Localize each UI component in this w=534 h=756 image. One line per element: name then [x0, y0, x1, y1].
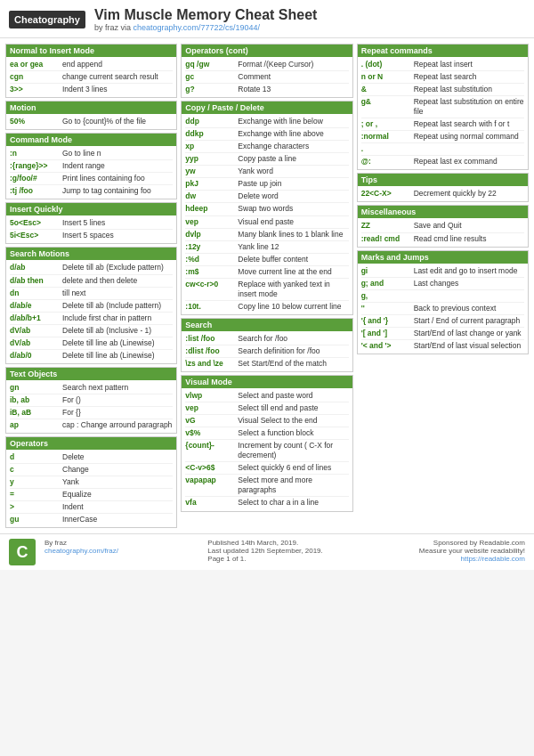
table-row: d/ab/0Delete till line ab (Linewise)	[10, 350, 173, 362]
desc-cell: Include first char in pattern	[62, 313, 151, 323]
desc-cell: Repeat using normal command	[414, 132, 519, 142]
key-cell: vlwp	[185, 391, 234, 401]
key-cell: xp	[185, 142, 234, 151]
desc-cell: Last edit and go to insert mode	[414, 266, 518, 276]
key-cell: g&	[361, 97, 410, 117]
section-body-search-motions: d/abDelete till ab (Exclude pattern)d/ab…	[6, 260, 176, 362]
desc-cell: Copy paste a line	[238, 154, 296, 164]
table-row: gcComment	[185, 71, 348, 84]
section-header-miscellaneous: Miscellaneous	[358, 206, 528, 218]
table-row: ddpExchange with line below	[185, 116, 348, 128]
desc-cell: Insert 5 spaces	[62, 231, 114, 240]
section-header-repeat-commands: Repeat commands	[358, 45, 528, 57]
desc-cell: Print lines containing foo	[62, 174, 145, 183]
table-row: apcap : Change arround paragraph	[10, 419, 173, 431]
key-cell: .	[361, 144, 410, 154]
table-row: ywYank word	[185, 166, 348, 178]
desc-cell: InnerCase	[62, 515, 97, 524]
table-row: :{range}>>Indent range	[10, 160, 173, 173]
desc-cell: Repeat last substitution on entire file	[414, 97, 524, 117]
table-row: <C-v>6$Select quickly 6 end of lines	[185, 462, 348, 475]
desc-cell: Yank word	[238, 167, 273, 176]
key-cell: ; or ,	[361, 119, 410, 129]
desc-cell: cap : Change arround paragraph	[62, 420, 172, 430]
desc-cell: Change	[62, 465, 89, 475]
table-row: xpExchange characters	[185, 141, 348, 153]
by-text: by fraz via	[94, 23, 131, 32]
footer-logo: C	[9, 539, 36, 565]
desc-cell: Start/End of last change or yank	[414, 329, 522, 338]
section-header-operators: Operators	[6, 437, 176, 450]
desc-cell: Comment	[238, 72, 271, 82]
column-2: Operators (cont)gq /gwFormat /(Keep Curs…	[179, 42, 354, 530]
table-row: 5o<Esc>Insert 5 lines	[10, 217, 173, 230]
table-row: . (dot)Repeat last insert	[361, 59, 524, 71]
desc-cell: Indent range	[62, 161, 105, 171]
table-row: hdeepSwap two words	[185, 203, 348, 215]
key-cell: vep	[185, 403, 234, 413]
key-cell: iB, aB	[10, 408, 59, 418]
table-row: dwDelete word	[185, 191, 348, 203]
footer-sponsored: Sponsored by Readable.com	[371, 539, 525, 547]
section-header-tips: Tips	[358, 174, 528, 186]
key-cell: vapapap	[185, 476, 234, 495]
desc-cell: Start / End of current paragraph	[414, 316, 521, 326]
desc-cell: Go to line n	[62, 149, 101, 159]
table-row: 50%Go to {count}% of the file	[10, 116, 173, 127]
table-row: dntill next	[10, 288, 173, 300]
table-row: @:Repeat last ex command	[361, 156, 524, 167]
table-row: cgnchange current search result	[10, 71, 173, 84]
key-cell: gi	[361, 266, 410, 276]
desc-cell: Decrement quickly by 22	[414, 189, 497, 199]
section-miscellaneous: MiscellaneousZZSave and Quit:read! cmdRe…	[357, 205, 529, 247]
section-body-text-objects: gnSearch next patternib, abFor ()iB, aBF…	[6, 380, 176, 433]
section-header-command-mode: Command Mode	[6, 134, 176, 146]
desc-cell: For ()	[62, 395, 81, 405]
key-cell: \zs and \ze	[185, 359, 234, 369]
section-header-insert-quickly: Insert Quickly	[6, 203, 176, 215]
key-cell: :12y	[185, 242, 234, 252]
header-text: Vim Muscle Memory Cheat Sheet by fraz vi…	[94, 7, 525, 32]
key-cell: . (dot)	[361, 60, 410, 69]
section-operators: OperatorsdDeletecChangeyYank=Equalize>In…	[5, 436, 177, 528]
key-cell: :{range}>>	[10, 161, 59, 171]
table-row: g?Rotate 13	[185, 84, 348, 95]
table-row: '{ and '}Start / End of current paragrap…	[361, 315, 524, 328]
section-header-marks-jumps: Marks and Jumps	[358, 251, 528, 264]
desc-cell: Delete till line ab (Linewise)	[62, 338, 154, 348]
section-body-repeat-commands: . (dot)Repeat last insertn or NRepeat la…	[358, 57, 528, 169]
table-row: .	[361, 143, 524, 156]
table-row: iB, aBFor {}	[10, 407, 173, 419]
section-search: Search:list /fooSearch for /foo:dlist /f…	[181, 318, 352, 372]
table-row: :12yYank line 12	[185, 241, 348, 254]
desc-cell: Visual end paste	[238, 217, 294, 227]
table-row: &Repeat last substitution	[361, 84, 524, 96]
key-cell: {count}-	[185, 441, 234, 460]
table-row: :dlist /fooSearch definition for /foo	[185, 345, 348, 358]
desc-cell: Delete till line ab (Linewise)	[62, 351, 154, 361]
desc-cell: Delete word	[238, 191, 278, 201]
header-link[interactable]: cheatography.com/77722/cs/19044/	[134, 23, 260, 32]
key-cell: yyp	[185, 154, 234, 164]
key-cell: c	[10, 465, 59, 475]
desc-cell: Indent	[62, 502, 84, 512]
desc-cell: Replace with yanked text in insert mode	[238, 280, 348, 299]
desc-cell: Jump to tag containing foo	[62, 186, 151, 196]
section-header-copy-paste-delete: Copy / Paste / Delete	[182, 102, 352, 114]
footer-site-link[interactable]: cheatography.com/fraz/	[44, 547, 118, 555]
table-row: :read! cmdRead cmd line results	[361, 233, 524, 245]
footer-sponsor-link[interactable]: https://readable.com	[461, 555, 525, 563]
desc-cell: Equalize	[62, 490, 92, 500]
table-row: vGVisual Select to the end	[185, 415, 348, 427]
desc-cell: Select till end and paste	[238, 403, 318, 413]
desc-cell: Save and Quit	[414, 221, 462, 231]
key-cell: 3>>	[10, 85, 59, 94]
footer-author: By fraz cheatography.com/fraz/	[44, 539, 198, 555]
key-cell: d/ab	[10, 263, 59, 272]
desc-cell: Increment by count ( C-X for decrement)	[238, 441, 348, 460]
key-cell: ZZ	[361, 221, 410, 231]
table-row: dV/abDelete till ab (Inclusive - 1)	[10, 325, 173, 337]
table-row: cChange	[10, 464, 173, 476]
desc-cell: Set Start/End of the match	[238, 359, 327, 369]
table-row: g,	[361, 290, 524, 303]
